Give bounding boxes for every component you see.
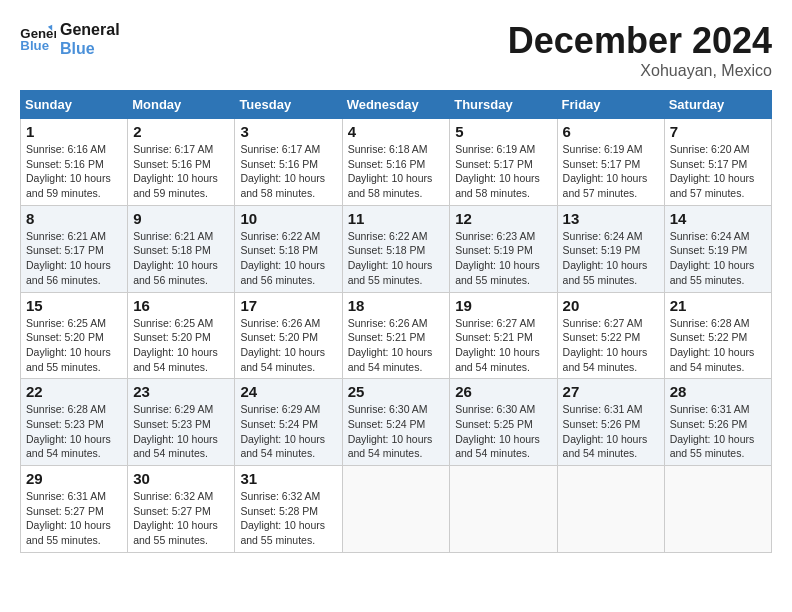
calendar-week-row: 8 Sunrise: 6:21 AM Sunset: 5:17 PM Dayli… bbox=[21, 205, 772, 292]
day-number: 23 bbox=[133, 383, 229, 400]
day-info: Sunrise: 6:27 AM Sunset: 5:21 PM Dayligh… bbox=[455, 316, 551, 375]
table-row: 13 Sunrise: 6:24 AM Sunset: 5:19 PM Dayl… bbox=[557, 205, 664, 292]
header-saturday: Saturday bbox=[664, 91, 771, 119]
svg-text:Blue: Blue bbox=[20, 39, 49, 54]
day-info: Sunrise: 6:29 AM Sunset: 5:23 PM Dayligh… bbox=[133, 402, 229, 461]
day-info: Sunrise: 6:25 AM Sunset: 5:20 PM Dayligh… bbox=[26, 316, 122, 375]
calendar-week-row: 1 Sunrise: 6:16 AM Sunset: 5:16 PM Dayli… bbox=[21, 119, 772, 206]
day-info: Sunrise: 6:22 AM Sunset: 5:18 PM Dayligh… bbox=[240, 229, 336, 288]
page-header: General Blue General Blue December 2024 … bbox=[20, 20, 772, 80]
logo: General Blue General Blue bbox=[20, 20, 120, 58]
table-row: 14 Sunrise: 6:24 AM Sunset: 5:19 PM Dayl… bbox=[664, 205, 771, 292]
day-number: 7 bbox=[670, 123, 766, 140]
calendar-week-row: 15 Sunrise: 6:25 AM Sunset: 5:20 PM Dayl… bbox=[21, 292, 772, 379]
day-info: Sunrise: 6:32 AM Sunset: 5:27 PM Dayligh… bbox=[133, 489, 229, 548]
table-row: 23 Sunrise: 6:29 AM Sunset: 5:23 PM Dayl… bbox=[128, 379, 235, 466]
day-number: 31 bbox=[240, 470, 336, 487]
header-monday: Monday bbox=[128, 91, 235, 119]
table-row: 10 Sunrise: 6:22 AM Sunset: 5:18 PM Dayl… bbox=[235, 205, 342, 292]
table-row: 17 Sunrise: 6:26 AM Sunset: 5:20 PM Dayl… bbox=[235, 292, 342, 379]
title-block: December 2024 Xohuayan, Mexico bbox=[508, 20, 772, 80]
day-info: Sunrise: 6:21 AM Sunset: 5:17 PM Dayligh… bbox=[26, 229, 122, 288]
day-info: Sunrise: 6:22 AM Sunset: 5:18 PM Dayligh… bbox=[348, 229, 445, 288]
header-wednesday: Wednesday bbox=[342, 91, 450, 119]
table-row: 27 Sunrise: 6:31 AM Sunset: 5:26 PM Dayl… bbox=[557, 379, 664, 466]
day-number: 8 bbox=[26, 210, 122, 227]
day-info: Sunrise: 6:24 AM Sunset: 5:19 PM Dayligh… bbox=[563, 229, 659, 288]
table-row bbox=[664, 466, 771, 553]
day-number: 4 bbox=[348, 123, 445, 140]
day-number: 27 bbox=[563, 383, 659, 400]
calendar-header-row: Sunday Monday Tuesday Wednesday Thursday… bbox=[21, 91, 772, 119]
table-row: 12 Sunrise: 6:23 AM Sunset: 5:19 PM Dayl… bbox=[450, 205, 557, 292]
day-info: Sunrise: 6:30 AM Sunset: 5:24 PM Dayligh… bbox=[348, 402, 445, 461]
day-number: 16 bbox=[133, 297, 229, 314]
table-row: 3 Sunrise: 6:17 AM Sunset: 5:16 PM Dayli… bbox=[235, 119, 342, 206]
header-thursday: Thursday bbox=[450, 91, 557, 119]
day-number: 30 bbox=[133, 470, 229, 487]
day-number: 6 bbox=[563, 123, 659, 140]
day-number: 15 bbox=[26, 297, 122, 314]
day-number: 12 bbox=[455, 210, 551, 227]
day-info: Sunrise: 6:31 AM Sunset: 5:27 PM Dayligh… bbox=[26, 489, 122, 548]
table-row: 28 Sunrise: 6:31 AM Sunset: 5:26 PM Dayl… bbox=[664, 379, 771, 466]
location: Xohuayan, Mexico bbox=[508, 62, 772, 80]
table-row: 20 Sunrise: 6:27 AM Sunset: 5:22 PM Dayl… bbox=[557, 292, 664, 379]
day-info: Sunrise: 6:17 AM Sunset: 5:16 PM Dayligh… bbox=[240, 142, 336, 201]
day-info: Sunrise: 6:25 AM Sunset: 5:20 PM Dayligh… bbox=[133, 316, 229, 375]
month-title: December 2024 bbox=[508, 20, 772, 62]
table-row: 22 Sunrise: 6:28 AM Sunset: 5:23 PM Dayl… bbox=[21, 379, 128, 466]
day-number: 2 bbox=[133, 123, 229, 140]
header-friday: Friday bbox=[557, 91, 664, 119]
table-row: 2 Sunrise: 6:17 AM Sunset: 5:16 PM Dayli… bbox=[128, 119, 235, 206]
calendar-table: Sunday Monday Tuesday Wednesday Thursday… bbox=[20, 90, 772, 553]
calendar-week-row: 22 Sunrise: 6:28 AM Sunset: 5:23 PM Dayl… bbox=[21, 379, 772, 466]
table-row: 18 Sunrise: 6:26 AM Sunset: 5:21 PM Dayl… bbox=[342, 292, 450, 379]
day-number: 1 bbox=[26, 123, 122, 140]
day-number: 17 bbox=[240, 297, 336, 314]
table-row: 4 Sunrise: 6:18 AM Sunset: 5:16 PM Dayli… bbox=[342, 119, 450, 206]
table-row bbox=[450, 466, 557, 553]
table-row: 15 Sunrise: 6:25 AM Sunset: 5:20 PM Dayl… bbox=[21, 292, 128, 379]
table-row: 24 Sunrise: 6:29 AM Sunset: 5:24 PM Dayl… bbox=[235, 379, 342, 466]
day-info: Sunrise: 6:31 AM Sunset: 5:26 PM Dayligh… bbox=[670, 402, 766, 461]
day-info: Sunrise: 6:28 AM Sunset: 5:23 PM Dayligh… bbox=[26, 402, 122, 461]
day-info: Sunrise: 6:17 AM Sunset: 5:16 PM Dayligh… bbox=[133, 142, 229, 201]
table-row: 19 Sunrise: 6:27 AM Sunset: 5:21 PM Dayl… bbox=[450, 292, 557, 379]
table-row: 9 Sunrise: 6:21 AM Sunset: 5:18 PM Dayli… bbox=[128, 205, 235, 292]
day-number: 14 bbox=[670, 210, 766, 227]
table-row: 29 Sunrise: 6:31 AM Sunset: 5:27 PM Dayl… bbox=[21, 466, 128, 553]
day-info: Sunrise: 6:21 AM Sunset: 5:18 PM Dayligh… bbox=[133, 229, 229, 288]
table-row: 8 Sunrise: 6:21 AM Sunset: 5:17 PM Dayli… bbox=[21, 205, 128, 292]
table-row: 5 Sunrise: 6:19 AM Sunset: 5:17 PM Dayli… bbox=[450, 119, 557, 206]
day-info: Sunrise: 6:18 AM Sunset: 5:16 PM Dayligh… bbox=[348, 142, 445, 201]
day-number: 9 bbox=[133, 210, 229, 227]
day-info: Sunrise: 6:16 AM Sunset: 5:16 PM Dayligh… bbox=[26, 142, 122, 201]
day-info: Sunrise: 6:27 AM Sunset: 5:22 PM Dayligh… bbox=[563, 316, 659, 375]
logo-line2: Blue bbox=[60, 39, 120, 58]
day-info: Sunrise: 6:23 AM Sunset: 5:19 PM Dayligh… bbox=[455, 229, 551, 288]
day-number: 5 bbox=[455, 123, 551, 140]
day-number: 24 bbox=[240, 383, 336, 400]
table-row: 11 Sunrise: 6:22 AM Sunset: 5:18 PM Dayl… bbox=[342, 205, 450, 292]
logo-icon: General Blue bbox=[20, 24, 56, 54]
day-number: 28 bbox=[670, 383, 766, 400]
day-number: 25 bbox=[348, 383, 445, 400]
day-info: Sunrise: 6:32 AM Sunset: 5:28 PM Dayligh… bbox=[240, 489, 336, 548]
day-number: 29 bbox=[26, 470, 122, 487]
day-info: Sunrise: 6:24 AM Sunset: 5:19 PM Dayligh… bbox=[670, 229, 766, 288]
day-number: 3 bbox=[240, 123, 336, 140]
day-number: 11 bbox=[348, 210, 445, 227]
day-info: Sunrise: 6:19 AM Sunset: 5:17 PM Dayligh… bbox=[563, 142, 659, 201]
day-number: 20 bbox=[563, 297, 659, 314]
table-row: 1 Sunrise: 6:16 AM Sunset: 5:16 PM Dayli… bbox=[21, 119, 128, 206]
day-number: 13 bbox=[563, 210, 659, 227]
day-number: 18 bbox=[348, 297, 445, 314]
day-info: Sunrise: 6:31 AM Sunset: 5:26 PM Dayligh… bbox=[563, 402, 659, 461]
day-info: Sunrise: 6:29 AM Sunset: 5:24 PM Dayligh… bbox=[240, 402, 336, 461]
calendar-week-row: 29 Sunrise: 6:31 AM Sunset: 5:27 PM Dayl… bbox=[21, 466, 772, 553]
day-info: Sunrise: 6:30 AM Sunset: 5:25 PM Dayligh… bbox=[455, 402, 551, 461]
table-row: 25 Sunrise: 6:30 AM Sunset: 5:24 PM Dayl… bbox=[342, 379, 450, 466]
table-row: 6 Sunrise: 6:19 AM Sunset: 5:17 PM Dayli… bbox=[557, 119, 664, 206]
logo-line1: General bbox=[60, 20, 120, 39]
